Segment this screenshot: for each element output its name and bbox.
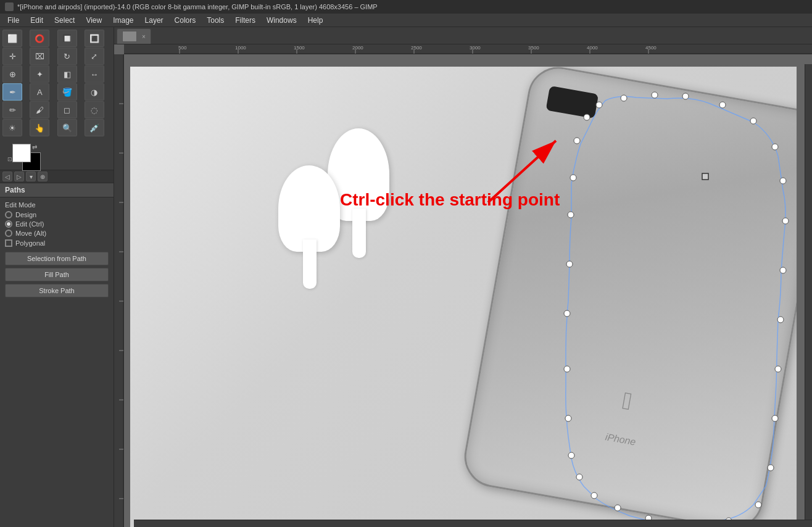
vertical-ruler — [114, 54, 124, 527]
polygonal-checkbox[interactable] — [5, 239, 12, 247]
radio-design-circle — [5, 211, 12, 218]
path-tool[interactable]: ✒ — [2, 83, 22, 101]
iphone-camera — [545, 86, 599, 118]
fuzzy-select-tool[interactable]: 🔳 — [85, 30, 104, 47]
rect-select-tool[interactable]: ⬜ — [2, 30, 22, 47]
left-panel: ⬜⭕🔲🔳✛⌧↻⤢⊕✦◧↔✒A🪣◑✏🖌◻◌☀👆🔍💉 ⇄ ⊡ ◁ ▷ ▾ ⊕ Pat… — [0, 27, 114, 527]
menu-layer[interactable]: Layer — [140, 15, 168, 26]
svg-text:3500: 3500 — [528, 45, 539, 51]
svg-text:500: 500 — [178, 45, 187, 51]
iphone-shape:  iPhone — [460, 67, 797, 527]
canvas-viewport[interactable]:  iPhone Ctrl-click the starting point — [124, 54, 812, 527]
menu-file[interactable]: File — [2, 15, 24, 26]
svg-rect-20 — [114, 54, 124, 527]
paintbrush-tool[interactable]: 🖌 — [30, 101, 49, 118]
iphone-apple-logo:  — [620, 386, 634, 415]
paths-panel-title: Paths — [0, 183, 114, 197]
iphone-label: iPhone — [604, 431, 636, 447]
dodge-burn-tool[interactable]: ☀ — [2, 119, 22, 136]
canvas-area: × 500 1000 1500 2000 — [114, 27, 812, 527]
rotate-tool[interactable]: ↻ — [57, 48, 77, 65]
panel-next-btn[interactable]: ▷ — [14, 172, 24, 181]
eraser-tool[interactable]: ◻ — [57, 101, 77, 118]
radio-edit[interactable]: Edit (Ctrl) — [5, 220, 109, 228]
titlebar-text: *[iPhone and airpods] (imported)-14.0 (R… — [17, 3, 378, 10]
svg-rect-0 — [124, 44, 812, 54]
menubar: FileEditSelectViewImageLayerColorsToolsF… — [0, 14, 812, 27]
panel-controls: ◁ ▷ ▾ ⊕ — [0, 170, 114, 183]
radio-design[interactable]: Design — [5, 211, 109, 218]
titlebar: *[iPhone and airpods] (imported)-14.0 (R… — [0, 0, 812, 14]
blend-tool[interactable]: ◑ — [85, 83, 104, 101]
airbrush-tool[interactable]: ◌ — [85, 101, 104, 118]
horizontal-ruler: 500 1000 1500 2000 2500 3000 3500 4000 — [124, 44, 812, 54]
menu-help[interactable]: Help — [303, 15, 328, 26]
tab-thumbnail — [122, 31, 137, 42]
radio-move-label: Move (Alt) — [15, 230, 46, 237]
viewport-wrapper: 500 1000 1500 2000 2500 3000 3500 4000 — [114, 44, 812, 527]
svg-text:1000: 1000 — [235, 45, 246, 51]
panel-prev-btn[interactable]: ◁ — [2, 172, 12, 181]
scale-tool[interactable]: ⤢ — [85, 48, 104, 65]
smudge-tool[interactable]: 👆 — [30, 119, 49, 136]
zoom-tool[interactable]: 🔍 — [57, 119, 77, 136]
color-indicator: ⇄ ⊡ — [0, 139, 114, 170]
flip-tool[interactable]: ↔ — [85, 65, 104, 83]
main-layout: ⬜⭕🔲🔳✛⌧↻⤢⊕✦◧↔✒A🪣◑✏🖌◻◌☀👆🔍💉 ⇄ ⊡ ◁ ▷ ▾ ⊕ Pat… — [0, 27, 812, 527]
text-tool[interactable]: A — [30, 83, 49, 101]
panel-expand-btn[interactable]: ⊕ — [38, 172, 48, 181]
svg-text:1500: 1500 — [294, 45, 305, 51]
edit-mode-label: Edit Mode — [5, 201, 109, 209]
radio-move-circle — [5, 230, 12, 237]
ellipse-select-tool[interactable]: ⭕ — [30, 30, 49, 47]
svg-text:3000: 3000 — [470, 45, 481, 51]
svg-text:4500: 4500 — [645, 45, 657, 51]
airpod-left — [278, 165, 340, 252]
tab-strip: × — [114, 27, 812, 44]
menu-filters[interactable]: Filters — [230, 15, 260, 26]
stroke-path-btn[interactable]: Stroke Path — [5, 284, 109, 297]
radio-design-label: Design — [15, 211, 36, 218]
menu-select[interactable]: Select — [49, 15, 80, 26]
menu-edit[interactable]: Edit — [25, 15, 48, 26]
crop-tool[interactable]: ⌧ — [30, 48, 49, 65]
svg-text:4000: 4000 — [587, 45, 598, 51]
move-tool[interactable]: ✛ — [2, 48, 22, 65]
paths-panel-content: Edit Mode Design Edit (Ctrl) Move (Alt) — [0, 197, 114, 527]
menu-view[interactable]: View — [81, 15, 107, 26]
pencil-tool[interactable]: ✏ — [2, 101, 22, 118]
menu-colors[interactable]: Colors — [170, 15, 201, 26]
tab-close-btn[interactable]: × — [142, 33, 146, 40]
airpod-stem-left — [303, 239, 317, 289]
perspective-tool[interactable]: ◧ — [57, 65, 77, 83]
menu-windows[interactable]: Windows — [262, 15, 302, 26]
polygonal-label: Polygonal — [15, 239, 45, 247]
svg-text:2000: 2000 — [352, 45, 363, 51]
canvas-tab[interactable]: × — [117, 28, 151, 44]
paths-panel: Paths Edit Mode Design Edit (Ctrl) Move … — [0, 183, 114, 527]
selection-from-path-btn[interactable]: Selection from Path — [5, 252, 109, 265]
bucket-fill-tool[interactable]: 🪣 — [57, 83, 77, 101]
radio-edit-circle — [5, 220, 12, 228]
polygonal-row[interactable]: Polygonal — [5, 239, 109, 247]
swap-colors-icon[interactable]: ⇄ — [32, 144, 37, 151]
heal-tool[interactable]: ✦ — [30, 65, 49, 83]
toolbox: ⬜⭕🔲🔳✛⌧↻⤢⊕✦◧↔✒A🪣◑✏🖌◻◌☀👆🔍💉 — [0, 27, 114, 139]
clone-tool[interactable]: ⊕ — [2, 65, 22, 83]
svg-text:2500: 2500 — [411, 45, 422, 51]
reset-colors-icon[interactable]: ⊡ — [7, 156, 12, 162]
airpod-stem-right — [352, 209, 366, 258]
airpods — [278, 128, 451, 313]
horizontal-scrollbar[interactable] — [134, 520, 812, 527]
color-picker-tool[interactable]: 💉 — [85, 119, 104, 136]
menu-image[interactable]: Image — [108, 15, 138, 26]
fill-path-btn[interactable]: Fill Path — [5, 268, 109, 281]
canvas-image:  iPhone Ctrl-click the starting point — [130, 67, 797, 527]
vertical-scrollbar[interactable] — [805, 64, 812, 520]
free-select-tool[interactable]: 🔲 — [57, 30, 77, 47]
gimp-icon — [5, 2, 14, 11]
panel-menu-btn[interactable]: ▾ — [26, 172, 36, 181]
radio-move[interactable]: Move (Alt) — [5, 230, 109, 237]
foreground-color[interactable] — [12, 144, 31, 162]
menu-tools[interactable]: Tools — [202, 15, 229, 26]
